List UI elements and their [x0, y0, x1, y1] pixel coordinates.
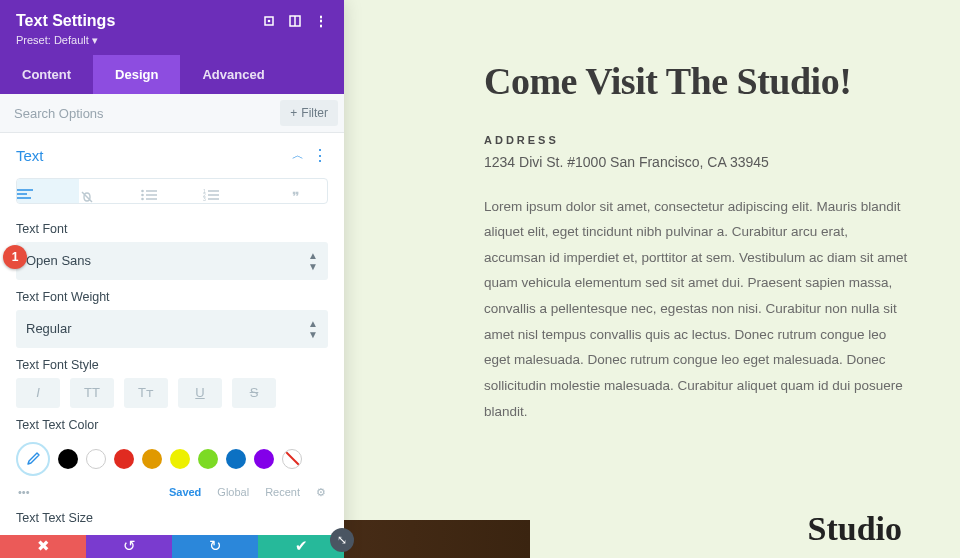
cancel-button[interactable]: ✖	[0, 535, 86, 558]
color-picker-eyedropper[interactable]	[16, 442, 50, 476]
redo-button[interactable]: ↻	[172, 535, 258, 558]
expand-icon[interactable]	[262, 14, 276, 28]
field-font-style: Text Font Style I TT Tᴛ U S	[0, 352, 344, 412]
settings-panel: Text Settings ⋮ Preset: Default ▾ Conten…	[0, 0, 344, 558]
swatch-yellow[interactable]	[170, 449, 190, 469]
svg-point-12	[141, 198, 144, 201]
chevron-updown-icon: ▲▼	[308, 318, 318, 340]
tab-content[interactable]: Content	[0, 55, 93, 94]
panel-header: Text Settings ⋮ Preset: Default ▾	[0, 0, 344, 55]
field-text-font: Text Font Open Sans ▲▼	[0, 216, 344, 284]
annotation-marker-1: 1	[3, 245, 27, 269]
preview-pane: Come Visit The Studio! ADDRESS 1234 Divi…	[344, 0, 960, 558]
chevron-up-icon: ︿	[292, 147, 304, 164]
select-font-weight[interactable]: Regular ▲▼	[16, 310, 328, 348]
svg-point-1	[268, 20, 271, 23]
palette-tab-recent[interactable]: Recent	[265, 486, 300, 498]
filter-button[interactable]: + Filter	[280, 100, 338, 126]
search-row: Search Options + Filter	[0, 94, 344, 133]
style-uppercase[interactable]: TT	[70, 378, 114, 408]
swatch-blue[interactable]	[226, 449, 246, 469]
layout-icon[interactable]	[288, 14, 302, 28]
label-text-font: Text Font	[16, 222, 328, 236]
style-underline[interactable]: U	[178, 378, 222, 408]
select-text-font[interactable]: Open Sans ▲▼	[16, 242, 328, 280]
font-value: Open Sans	[26, 253, 91, 268]
text-element-toolbar: 123 ❞	[16, 178, 328, 204]
svg-point-10	[141, 194, 144, 197]
swatch-transparent[interactable]	[282, 449, 302, 469]
resize-handle-icon[interactable]: ⤡	[330, 528, 354, 552]
style-smallcaps[interactable]: Tᴛ	[124, 378, 168, 408]
toolbar-ul[interactable]	[141, 179, 203, 203]
style-italic[interactable]: I	[16, 378, 60, 408]
swatch-black[interactable]	[58, 449, 78, 469]
toolbar-ol[interactable]: 123	[203, 179, 265, 203]
palette-tab-global[interactable]: Global	[217, 486, 249, 498]
section-more-icon[interactable]: ⋮	[312, 148, 328, 164]
field-font-weight: Text Font Weight Regular ▲▼	[0, 284, 344, 352]
svg-text:3: 3	[203, 196, 206, 201]
chevron-updown-icon: ▲▼	[308, 250, 318, 272]
headline: Come Visit The Studio!	[484, 58, 912, 106]
body-paragraph: Lorem ipsum dolor sit amet, consectetur …	[484, 194, 912, 425]
address-text: 1234 Divi St. #1000 San Francisco, CA 33…	[484, 154, 912, 170]
palette-more-icon[interactable]: •••	[18, 486, 30, 498]
style-strike[interactable]: S	[232, 378, 276, 408]
filter-label: Filter	[301, 106, 328, 120]
more-icon[interactable]: ⋮	[314, 13, 328, 29]
panel-tabs: Content Design Advanced	[0, 55, 344, 94]
search-input[interactable]: Search Options	[14, 106, 104, 121]
undo-button[interactable]: ↺	[86, 535, 172, 558]
label-text-color: Text Text Color	[16, 418, 328, 432]
address-label: ADDRESS	[484, 134, 912, 146]
panel-title: Text Settings	[16, 12, 115, 30]
bottom-action-bar: ✖ ↺ ↻ ✔	[0, 535, 344, 558]
weight-value: Regular	[26, 321, 72, 336]
section-title: Text	[16, 147, 44, 164]
palette-tab-saved[interactable]: Saved	[169, 486, 201, 498]
preset-label[interactable]: Preset: Default ▾	[16, 34, 328, 47]
toolbar-link[interactable]	[79, 179, 141, 203]
swatch-green[interactable]	[198, 449, 218, 469]
section-header-text[interactable]: Text ︿ ⋮	[0, 133, 344, 172]
tab-advanced[interactable]: Advanced	[180, 55, 286, 94]
studio-heading: Studio	[808, 510, 903, 548]
swatch-purple[interactable]	[254, 449, 274, 469]
gear-icon[interactable]: ⚙	[316, 486, 326, 499]
label-font-style: Text Font Style	[16, 358, 328, 372]
tab-design[interactable]: Design	[93, 55, 180, 94]
label-text-size: Text Text Size	[16, 511, 328, 525]
swatch-white[interactable]	[86, 449, 106, 469]
toolbar-paragraph[interactable]	[17, 179, 79, 203]
svg-point-8	[141, 190, 144, 193]
label-font-weight: Text Font Weight	[16, 290, 328, 304]
toolbar-quote[interactable]: ❞	[265, 179, 327, 203]
color-palette-tabs: ••• Saved Global Recent ⚙	[0, 480, 344, 499]
field-text-size: Text Text Size	[0, 499, 344, 535]
swatch-red[interactable]	[114, 449, 134, 469]
swatch-orange[interactable]	[142, 449, 162, 469]
plus-icon: +	[290, 106, 297, 120]
field-text-color: Text Text Color	[0, 412, 344, 480]
